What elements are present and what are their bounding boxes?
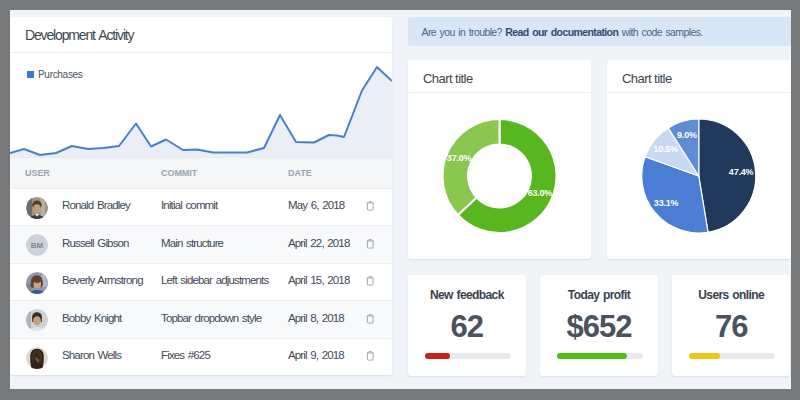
svg-text:BM: BM — [31, 241, 44, 250]
